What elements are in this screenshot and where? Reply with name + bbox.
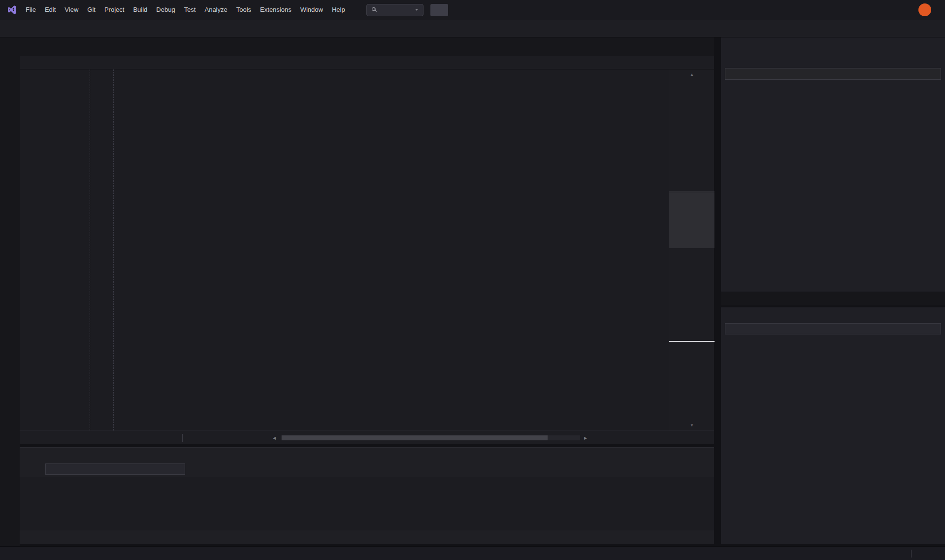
breadcrumb <box>20 56 714 69</box>
search-icon <box>371 6 378 13</box>
divider <box>911 550 912 558</box>
menu-project[interactable]: Project <box>100 0 129 20</box>
menu-tools[interactable]: Tools <box>232 0 256 20</box>
menu-git[interactable]: Git <box>83 0 100 20</box>
titlebar: FileEditViewGitProjectBuildDebugTestAnal… <box>0 0 945 20</box>
menu-analyze[interactable]: Analyze <box>200 0 231 20</box>
statusbar-right <box>896 550 945 558</box>
properties-panel <box>721 307 945 544</box>
output-source-select[interactable] <box>45 463 185 475</box>
scroll-down-icon[interactable]: ▼ <box>669 423 715 428</box>
solution-explorer-search <box>725 68 941 80</box>
code-editor[interactable] <box>20 69 669 430</box>
scrollbar-thumb[interactable] <box>282 435 548 440</box>
output-panel <box>20 447 714 544</box>
main-area: ▲ ▼ <box>0 37 945 546</box>
menu-view[interactable]: View <box>60 0 83 20</box>
right-dock <box>721 37 945 544</box>
solution-explorer-panel <box>721 37 945 305</box>
solution-explorer-toolbar <box>721 51 945 66</box>
visual-studio-window: FileEditViewGitProjectBuildDebugTestAnal… <box>0 0 945 560</box>
indent-guide <box>90 69 90 430</box>
statusbar <box>0 546 945 560</box>
notification-badge <box>932 549 939 556</box>
chevron-down-icon <box>414 7 419 12</box>
window-title <box>430 4 448 16</box>
scroll-up-icon[interactable]: ▲ <box>669 72 715 77</box>
panel-tab-strip <box>721 292 945 305</box>
code-cleanup-button[interactable] <box>231 431 233 445</box>
visual-studio-logo-icon <box>6 4 17 15</box>
minimap[interactable]: ▲ ▼ <box>669 69 714 430</box>
menu-window[interactable]: Window <box>296 0 327 20</box>
search-box[interactable] <box>366 4 424 16</box>
menu-extensions[interactable]: Extensions <box>256 0 296 20</box>
object-select[interactable] <box>725 323 941 334</box>
chevron-down-icon <box>414 7 419 12</box>
panel-title <box>721 307 945 321</box>
properties-toolbar <box>721 334 945 349</box>
menu-help[interactable]: Help <box>327 0 350 20</box>
minimap-scroll-line <box>669 341 715 342</box>
minimap-viewport[interactable] <box>669 192 715 248</box>
scroll-left-icon[interactable]: ◂ <box>273 431 276 445</box>
titlebar-right <box>918 0 945 20</box>
avatar[interactable] <box>918 3 931 16</box>
output-toolbar <box>20 461 714 476</box>
menu-test[interactable]: Test <box>180 0 200 20</box>
divider <box>182 434 183 442</box>
editor-statusbar: ◂ ▸ <box>20 430 714 444</box>
indent-guide <box>113 69 114 430</box>
horizontal-scrollbar[interactable] <box>281 435 580 440</box>
zoom-select[interactable] <box>24 431 26 445</box>
editor-group: ▲ ▼ <box>20 37 714 444</box>
code-health-indicator[interactable] <box>81 431 83 445</box>
menu-debug[interactable]: Debug <box>152 0 179 20</box>
panel-title <box>721 37 945 51</box>
menu-edit[interactable]: Edit <box>40 0 60 20</box>
scroll-right-icon[interactable]: ▸ <box>584 431 587 445</box>
search-icon <box>371 6 378 13</box>
output-content[interactable] <box>20 477 714 530</box>
main-toolbar <box>0 20 945 37</box>
panel-title <box>20 448 714 461</box>
menubar: FileEditViewGitProjectBuildDebugTestAnal… <box>21 0 350 20</box>
search-input[interactable] <box>725 68 941 80</box>
left-dock-rail <box>0 37 20 546</box>
menu-file[interactable]: File <box>21 0 40 20</box>
menu-build[interactable]: Build <box>129 0 152 20</box>
